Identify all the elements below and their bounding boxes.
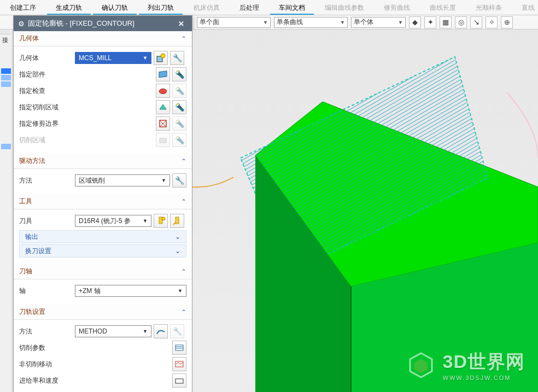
wrench-icon[interactable]: 🔧: [170, 51, 184, 65]
row-check: 指定检查 🔦: [19, 83, 186, 99]
path-stepover-icon[interactable]: [154, 324, 168, 338]
ribbon-item[interactable]: 后处理: [230, 3, 269, 15]
graphics-viewport[interactable]: 3D世界网 WWW.3DSJW.COM: [192, 30, 538, 392]
geom-select[interactable]: MCS_MILL ▼: [75, 52, 151, 64]
drive-method-label: 方法: [19, 176, 73, 185]
drive-method-value: 区域铣削: [79, 176, 105, 185]
filter-curve-select[interactable]: 单条曲线 ▼: [274, 17, 348, 28]
check-select-icon[interactable]: [156, 84, 170, 98]
section-axis-header[interactable]: 刀轴 ⌃: [14, 264, 192, 279]
axis-select[interactable]: +ZM 轴 ▼: [75, 285, 186, 297]
ribbon-item[interactable]: 确认刀轨: [92, 3, 138, 15]
svg-marker-23: [414, 359, 428, 373]
geom-label: 几何体: [19, 54, 73, 63]
logo-icon: [407, 351, 435, 379]
cut-label: 指定切削区域: [19, 103, 73, 112]
svg-rect-2: [159, 71, 167, 78]
ribbon-item[interactable]: 直线: [512, 3, 538, 15]
gutter-item[interactable]: [1, 75, 11, 80]
gutter-item[interactable]: [1, 144, 11, 149]
filter-icon-2[interactable]: ✦: [424, 16, 436, 28]
drive-method-select[interactable]: 区域铣削 ▼: [75, 174, 170, 186]
flashlight-icon: 🔦: [172, 84, 186, 98]
filter-icon-1[interactable]: ◆: [409, 16, 421, 28]
fixed-contour-dialog: ⚙ 固定轮廓铣 - [FIXED_CONTOUR] ✕ 几何体 ⌃ 几何体 MC…: [13, 15, 192, 392]
tool-label: 刀具: [19, 217, 73, 226]
part-select-icon[interactable]: [156, 67, 170, 81]
wrench-icon[interactable]: 🔧: [172, 173, 186, 188]
gutter-item[interactable]: [1, 68, 11, 74]
chevron-down-icon: ▼: [398, 20, 403, 25]
section-path-header[interactable]: 刀轨设置 ⌃: [14, 305, 192, 320]
ribbon-item[interactable]: 车间文档: [269, 3, 315, 15]
ribbon-item[interactable]: 编辑曲线参数: [315, 3, 374, 15]
cut-params-label: 切削参数: [19, 343, 73, 353]
path-method-select[interactable]: METHOD ▼: [75, 325, 151, 337]
svg-point-1: [161, 54, 165, 58]
chevron-up-icon: ⌃: [181, 268, 186, 276]
tool-select[interactable]: D16R4 (铣刀-5 参 ▼: [75, 215, 151, 227]
svg-rect-14: [176, 361, 183, 367]
row-part: 指定部件 🔦: [19, 66, 186, 83]
flashlight-icon[interactable]: 🔦: [172, 100, 186, 114]
dialog-titlebar[interactable]: ⚙ 固定轮廓铣 - [FIXED_CONTOUR] ✕: [14, 16, 192, 31]
filter-icon-3[interactable]: ▦: [440, 16, 452, 28]
svg-rect-10: [176, 217, 179, 224]
tool-new-icon[interactable]: [154, 214, 168, 228]
section-geometry-title: 几何体: [19, 34, 39, 43]
chevron-up-icon: ⌃: [181, 198, 186, 206]
dialog-title: 固定轮廓铣 - [FIXED_CONTOUR]: [28, 19, 134, 28]
flashlight-icon[interactable]: 🔦: [172, 67, 186, 81]
section-geometry-header[interactable]: 几何体 ⌃: [14, 31, 192, 46]
feedrate-icon[interactable]: [172, 373, 186, 388]
section-drive-header[interactable]: 驱动方法 ⌃: [14, 154, 192, 169]
filter-face-select[interactable]: 单个面 ▼: [197, 17, 271, 28]
ribbon-item[interactable]: 机床仿真: [184, 3, 230, 15]
ribbon-item[interactable]: 生成刀轨: [46, 3, 92, 15]
gutter-item[interactable]: [1, 81, 11, 87]
axis-value: +ZM 轴: [79, 286, 101, 296]
filter-curve-label: 单条曲线: [277, 17, 303, 27]
model-view: [192, 30, 538, 392]
section-axis-content: 轴 +ZM 轴 ▼: [14, 279, 192, 305]
cutarea-select-icon[interactable]: [156, 100, 170, 114]
filter-icons: ◆ ✦ ▦ ◎ ↘ ✧ ⊕: [409, 16, 513, 28]
close-icon[interactable]: ✕: [175, 20, 188, 28]
area-label: 切削区域: [19, 136, 73, 145]
ribbon-item[interactable]: 列出刀轨: [138, 3, 184, 15]
filter-body-select[interactable]: 单个体 ▼: [351, 17, 406, 28]
row-trim: 指定修剪边界 🔦: [19, 115, 186, 132]
tool-sub-change[interactable]: 换刀设置 ⌄: [19, 244, 186, 258]
filter-icon-5[interactable]: ↘: [470, 16, 482, 28]
row-noncut: 非切削移动: [19, 356, 186, 372]
ribbon-item[interactable]: 创建工序: [0, 3, 46, 15]
watermark-url: WWW.3DSJW.COM: [443, 375, 525, 381]
chevron-down-icon: ▼: [143, 55, 148, 61]
ribbon-item[interactable]: 修剪曲线: [374, 3, 420, 15]
trim-label: 指定修剪边界: [19, 119, 73, 128]
noncut-icon[interactable]: [172, 357, 186, 371]
ribbon-item[interactable]: 曲线长度: [420, 3, 466, 15]
filter-icon-7[interactable]: ⊕: [501, 16, 513, 28]
section-path-content: 方法 METHOD ▼ 🔧 切削参数 非切削移动 进给率和速度: [14, 320, 192, 392]
geom-new-icon[interactable]: [154, 51, 168, 65]
row-feedrate: 进给率和速度: [19, 372, 186, 389]
ribbon-item[interactable]: 光顺样条: [466, 3, 512, 15]
section-axis-title: 刀轴: [19, 267, 32, 276]
filter-icon-4[interactable]: ◎: [455, 16, 467, 28]
cut-params-icon[interactable]: [172, 341, 186, 355]
check-label: 指定检查: [19, 86, 73, 96]
filter-icon-6[interactable]: ✧: [486, 16, 498, 28]
gutter-tab[interactable]: 接: [0, 30, 10, 34]
trim-select-icon[interactable]: [156, 116, 170, 131]
row-cut-params: 切削参数: [19, 340, 186, 356]
chevron-down-icon: ⌄: [175, 247, 180, 255]
tool-sub-output-label: 输出: [25, 232, 38, 242]
tool-edit-icon[interactable]: [170, 214, 184, 228]
row-tool: 刀具 D16R4 (铣刀-5 参 ▼: [19, 213, 186, 229]
tool-sub-output[interactable]: 输出 ⌄: [19, 230, 186, 243]
section-drive-content: 方法 区域铣削 ▼ 🔧: [14, 169, 192, 194]
section-tool-header[interactable]: 工具 ⌃: [14, 194, 192, 209]
path-method-label: 方法: [19, 327, 73, 336]
gear-icon: ⚙: [18, 20, 25, 28]
